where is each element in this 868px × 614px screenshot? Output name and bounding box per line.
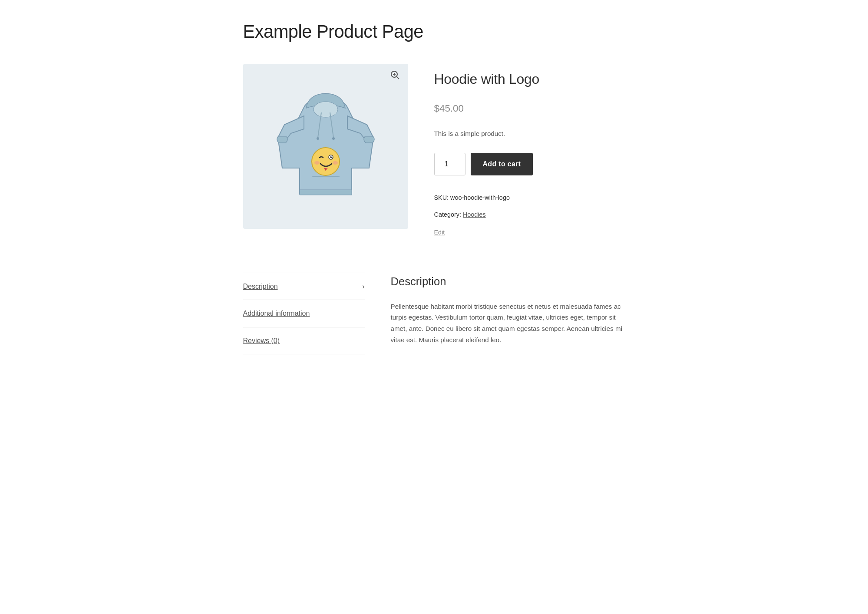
category-link[interactable]: Hoodies [463, 211, 486, 218]
product-sku: SKU: woo-hoodie-with-logo [434, 193, 625, 203]
tab-content-title: Description [391, 273, 625, 290]
sku-value: woo-hoodie-with-logo [450, 194, 510, 201]
tab-content-area: Description Pellentesque habitant morbi … [391, 273, 625, 346]
product-image-wrapper [243, 64, 408, 229]
category-label: Category: [434, 211, 461, 218]
svg-line-1 [396, 76, 399, 79]
svg-point-7 [317, 137, 319, 140]
tab-reviews-link[interactable]: Reviews (0) [243, 335, 280, 347]
tab-item-reviews[interactable]: Reviews (0) [243, 327, 365, 355]
product-description: This is a simple product. [434, 129, 625, 139]
add-to-cart-button[interactable]: Add to cart [471, 153, 533, 175]
tab-item-description[interactable]: Description › [243, 273, 365, 300]
edit-link[interactable]: Edit [434, 229, 445, 236]
product-price: $45.00 [434, 101, 625, 116]
quantity-input[interactable] [434, 153, 465, 175]
svg-point-8 [332, 137, 335, 140]
product-name: Hoodie with Logo [434, 68, 625, 90]
zoom-icon[interactable] [390, 70, 402, 82]
product-category: Category: Hoodies [434, 210, 625, 220]
product-info-column: Hoodie with Logo $45.00 This is a simple… [434, 64, 625, 238]
svg-point-15 [333, 161, 338, 165]
tabs-navigation: Description › Additional information Rev… [243, 273, 365, 355]
tab-description-arrow: › [362, 281, 364, 292]
page-title: Example Product Page [243, 17, 625, 46]
svg-point-4 [314, 102, 338, 117]
tabs-section: Description › Additional information Rev… [243, 273, 625, 355]
svg-point-14 [314, 161, 320, 165]
sku-label: SKU: [434, 194, 449, 201]
product-area: Hoodie with Logo $45.00 This is a simple… [243, 64, 625, 238]
product-image [265, 81, 386, 211]
product-image-column [243, 64, 408, 229]
svg-point-12 [331, 156, 332, 157]
tab-additional-info-link[interactable]: Additional information [243, 308, 310, 319]
tab-item-additional-info[interactable]: Additional information [243, 300, 365, 327]
tab-content-body: Pellentesque habitant morbi tristique se… [391, 301, 625, 346]
add-to-cart-row: Add to cart [434, 153, 625, 175]
tab-description-link[interactable]: Description [243, 281, 278, 292]
